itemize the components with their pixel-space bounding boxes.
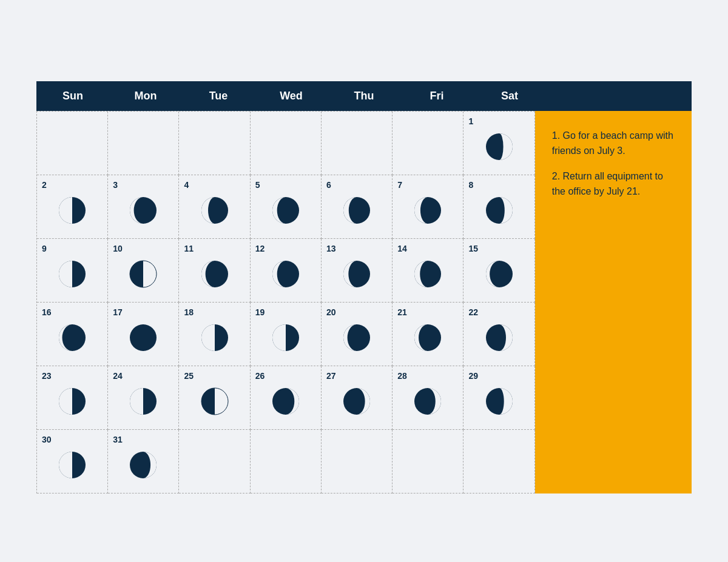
moon-phase-icon: [56, 195, 88, 226]
day-sun: Sun: [36, 81, 109, 111]
moon-phase-icon: [127, 195, 159, 226]
moon-phase-icon: [199, 258, 231, 290]
calendar-cell: 14: [393, 239, 463, 303]
day-sat: Sat: [473, 81, 546, 111]
moon-phase-icon: [56, 386, 88, 417]
day-number: 20: [326, 307, 336, 317]
moon-phase-icon: [270, 322, 302, 353]
calendar-cell: [393, 430, 463, 493]
moon-phase-icon: [270, 195, 302, 226]
moon-phase-icon: [199, 322, 231, 353]
day-number: 27: [326, 371, 336, 381]
calendar-cell: [251, 112, 322, 175]
calendar-cell: [251, 430, 322, 493]
day-number: 16: [42, 307, 52, 317]
calendar-cell: 12: [251, 239, 322, 303]
calendar-cell: 18: [179, 303, 250, 366]
day-number: 5: [255, 180, 260, 190]
moon-phase-icon: [341, 258, 372, 290]
day-number: 14: [397, 244, 407, 253]
day-number: 18: [184, 307, 194, 317]
day-number: 25: [184, 371, 194, 381]
day-wed: Wed: [255, 81, 328, 111]
moon-phase-icon: [341, 195, 372, 226]
day-number: 4: [184, 180, 189, 190]
day-tue: Tue: [182, 81, 255, 111]
calendar-cell: 6: [322, 175, 393, 239]
calendar-cell: 28: [393, 366, 463, 430]
day-number: 2: [42, 180, 47, 190]
calendar-cell: 5: [251, 175, 322, 239]
moon-phase-icon: [56, 258, 88, 290]
calendar-cell: 31: [108, 430, 179, 493]
moon-phase-icon: [412, 386, 443, 417]
day-number: 7: [397, 180, 402, 190]
notes-panel: 1. Go for a beach camp with friends on J…: [535, 111, 692, 493]
moon-phase-icon: [127, 386, 159, 417]
moon-phase-icon: [56, 322, 88, 353]
calendar-cell: 29: [463, 366, 534, 430]
moon-phase-icon: [127, 258, 159, 290]
moon-phase-icon: [341, 322, 372, 353]
calendar-cell: 3: [108, 175, 179, 239]
day-number: 21: [397, 307, 407, 317]
note-item: 1. Go for a beach camp with friends on J…: [552, 128, 675, 159]
day-number: 1: [468, 116, 473, 126]
moon-phase-icon: [199, 386, 231, 417]
moon-phase-icon: [484, 322, 515, 353]
calendar-cell: [179, 430, 250, 493]
moon-phase-icon: [412, 258, 443, 290]
calendar-cell: 7: [393, 175, 463, 239]
calendar-cell: 21: [393, 303, 463, 366]
day-number: 31: [113, 435, 123, 444]
day-number: 22: [468, 307, 478, 317]
day-number: 23: [42, 371, 52, 381]
calendar-cell: 11: [179, 239, 250, 303]
moon-phase-icon: [484, 386, 515, 417]
day-number: 10: [113, 244, 123, 253]
moon-phase-icon: [341, 386, 372, 417]
calendar-cell: 19: [251, 303, 322, 366]
moon-phase-icon: [127, 322, 159, 353]
calendar-cell: 23: [37, 366, 108, 430]
moon-phase-icon: [412, 322, 443, 353]
calendar-cell: 9: [37, 239, 108, 303]
day-number: 12: [255, 244, 265, 253]
day-number: 9: [42, 244, 47, 253]
day-number: 13: [326, 244, 336, 253]
day-number: 11: [184, 244, 194, 253]
calendar-cell: 15: [463, 239, 534, 303]
calendar-cell: 17: [108, 303, 179, 366]
calendar-cell: 1: [463, 112, 534, 175]
calendar-cell: 26: [251, 366, 322, 430]
calendar-cell: [108, 112, 179, 175]
calendar-cell: 30: [37, 430, 108, 493]
calendar-cell: 13: [322, 239, 393, 303]
calendar-cell: [463, 430, 534, 493]
calendar-cell: [393, 112, 463, 175]
calendar-cell: 8: [463, 175, 534, 239]
day-number: 3: [113, 180, 118, 190]
calendar-cell: 10: [108, 239, 179, 303]
day-number: 15: [468, 244, 478, 253]
moon-phase-icon: [56, 449, 88, 481]
moon-phase-icon: [199, 195, 231, 226]
calendar-cell: [179, 112, 250, 175]
calendar-cell: 25: [179, 366, 250, 430]
note-item: 2. Return all equipment to the office by…: [552, 169, 675, 199]
calendar-cell: [322, 112, 393, 175]
moon-phase-icon: [484, 195, 515, 226]
calendar-cell: [37, 112, 108, 175]
day-number: 6: [326, 180, 331, 190]
moon-phase-icon: [484, 131, 515, 162]
day-number: 19: [255, 307, 265, 317]
day-number: 28: [397, 371, 407, 381]
moon-phase-icon: [270, 258, 302, 290]
moon-phase-icon: [412, 195, 443, 226]
day-number: 30: [42, 435, 52, 444]
day-number: 29: [468, 371, 478, 381]
calendar-cell: [322, 430, 393, 493]
moon-phase-icon: [484, 258, 515, 290]
moon-phase-icon: [127, 449, 159, 481]
notes-header: [546, 81, 692, 111]
